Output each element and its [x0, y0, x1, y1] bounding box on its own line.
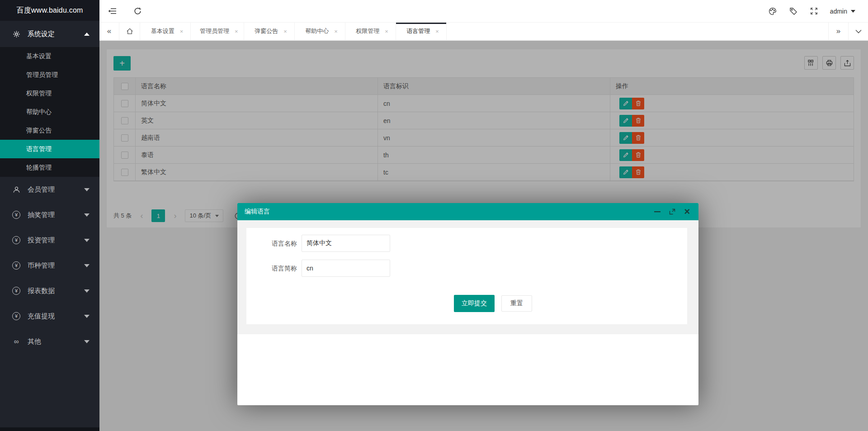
yen-icon: ¥ — [12, 211, 21, 219]
user-icon — [12, 186, 21, 194]
language-name-input[interactable] — [302, 235, 390, 252]
modal-controls: × — [653, 208, 691, 216]
sidebar-item-permission-management[interactable]: 权限管理 — [0, 84, 99, 103]
refresh-icon[interactable] — [125, 0, 150, 23]
sidebar-footer — [0, 427, 99, 431]
tab-label: 弹窗公告 — [255, 27, 278, 35]
yen-icon: ¥ — [12, 312, 21, 320]
sidebar-group-label: 币种管理 — [28, 261, 84, 270]
close-icon[interactable]: × — [235, 28, 238, 35]
caret-down-icon — [851, 10, 855, 13]
sidebar-item-basic-settings[interactable]: 基本设置 — [0, 47, 99, 66]
tab-help-center[interactable]: 帮助中心 × — [295, 23, 345, 40]
gear-icon — [12, 30, 21, 38]
yen-icon: ¥ — [12, 287, 21, 295]
sidebar-group-label: 抽奖管理 — [28, 211, 84, 219]
sidebar-submenu: 基本设置 管理员管理 权限管理 帮助中心 弹窗公告 语言管理 轮播管理 — [0, 47, 99, 177]
tab-permission-management[interactable]: 权限管理 × — [345, 23, 396, 40]
theme-palette-icon[interactable] — [762, 0, 783, 23]
username: admin — [830, 8, 847, 15]
sidebar-group-system[interactable]: 系统设定 — [0, 21, 99, 47]
collapse-menu-icon[interactable] — [99, 0, 125, 23]
caret-down-icon — [84, 340, 90, 343]
sidebar-item-carousel-management[interactable]: 轮播管理 — [0, 158, 99, 177]
tab-basic-settings[interactable]: 基本设置 × — [140, 23, 191, 40]
close-icon[interactable]: × — [283, 28, 287, 35]
sidebar-item-admin-management[interactable]: 管理员管理 — [0, 66, 99, 84]
sidebar-item-language-management[interactable]: 语言管理 — [0, 140, 99, 158]
modal-body: 语言名称 语言简称 立即提交 重置 — [237, 220, 698, 334]
home-tab[interactable] — [119, 23, 140, 40]
home-icon — [126, 28, 133, 35]
user-menu[interactable]: admin — [825, 0, 868, 23]
caret-down-icon — [84, 289, 90, 293]
sidebar-group-label: 其他 — [28, 337, 84, 346]
tab-language-management[interactable]: 语言管理 × — [396, 23, 447, 40]
sidebar: 百度www.baidu.com 系统设定 基本设置 管理员管理 权限管理 帮助中… — [0, 0, 99, 431]
tabbar: « 基本设置 × 管理员管理 × 弹窗公告 × 帮助中心 × 权限管理 × 语言… — [99, 23, 868, 40]
sidebar-group-label: 报表数据 — [28, 287, 84, 295]
sidebar-group-label: 投资管理 — [28, 236, 84, 245]
close-icon[interactable]: × — [385, 28, 388, 35]
tabbar-right-controls: » — [828, 23, 868, 40]
language-code-label: 语言简称 — [260, 260, 297, 277]
yen-icon: ¥ — [12, 261, 21, 270]
tab-label: 语言管理 — [406, 27, 430, 35]
tabs-scroll-right-icon[interactable]: » — [828, 23, 848, 40]
language-code-input[interactable] — [302, 260, 390, 277]
tab-label: 帮助中心 — [305, 27, 329, 35]
sidebar-item-help-center[interactable]: 帮助中心 — [0, 103, 99, 121]
sidebar-group-label: 会员管理 — [28, 185, 84, 194]
sidebar-group-investment[interactable]: ¥ 投资管理 — [0, 227, 99, 253]
caret-down-icon — [84, 239, 90, 242]
tabs-menu-icon[interactable] — [848, 23, 868, 40]
tab-label: 基本设置 — [151, 27, 175, 35]
modal-title: 编辑语言 — [245, 208, 270, 216]
edit-language-form: 语言名称 语言简称 立即提交 重置 — [246, 228, 687, 324]
minimize-icon[interactable] — [653, 208, 661, 216]
tabs-scroll-left-icon[interactable]: « — [99, 23, 119, 40]
close-icon[interactable]: × — [334, 28, 338, 35]
topbar: admin — [99, 0, 868, 23]
sidebar-group-lottery[interactable]: ¥ 抽奖管理 — [0, 202, 99, 227]
close-icon[interactable]: × — [180, 28, 184, 35]
caret-down-icon — [84, 315, 90, 318]
close-icon[interactable]: × — [435, 28, 439, 35]
caret-down-icon — [84, 213, 90, 217]
sidebar-group-label: 系统设定 — [28, 30, 84, 38]
tab-label: 管理员管理 — [200, 27, 229, 35]
topbar-right: admin — [762, 0, 868, 23]
sidebar-group-reports[interactable]: ¥ 报表数据 — [0, 278, 99, 303]
caret-up-icon — [84, 33, 90, 36]
app-logo: 百度www.baidu.com — [0, 0, 99, 21]
content-area: + — [99, 41, 868, 431]
tab-popup-notice[interactable]: 弹窗公告 × — [244, 23, 295, 40]
tab-admin-management[interactable]: 管理员管理 × — [191, 23, 244, 40]
sidebar-group-label: 充值提现 — [28, 312, 84, 321]
infinity-icon: ∞ — [12, 338, 21, 345]
sidebar-group-members[interactable]: 会员管理 — [0, 177, 99, 202]
close-icon[interactable]: × — [683, 208, 691, 216]
maximize-icon[interactable] — [668, 208, 676, 216]
yen-icon: ¥ — [12, 236, 21, 244]
fullscreen-icon[interactable] — [804, 0, 825, 23]
submit-button[interactable]: 立即提交 — [454, 295, 495, 312]
caret-down-icon — [84, 188, 90, 191]
modal-header[interactable]: 编辑语言 × — [237, 203, 698, 220]
sidebar-item-popup-notice[interactable]: 弹窗公告 — [0, 121, 99, 140]
sidebar-group-other[interactable]: ∞ 其他 — [0, 329, 99, 354]
sidebar-group-currency[interactable]: ¥ 币种管理 — [0, 253, 99, 278]
reset-button[interactable]: 重置 — [501, 295, 532, 312]
language-name-label: 语言名称 — [260, 235, 297, 252]
sidebar-group-deposit-withdraw[interactable]: ¥ 充值提现 — [0, 303, 99, 329]
edit-language-modal: 编辑语言 × 语言名称 语言简称 立即提交 重置 — [237, 203, 698, 405]
caret-down-icon — [84, 264, 90, 267]
tag-icon[interactable] — [783, 0, 804, 23]
tab-label: 权限管理 — [356, 27, 379, 35]
